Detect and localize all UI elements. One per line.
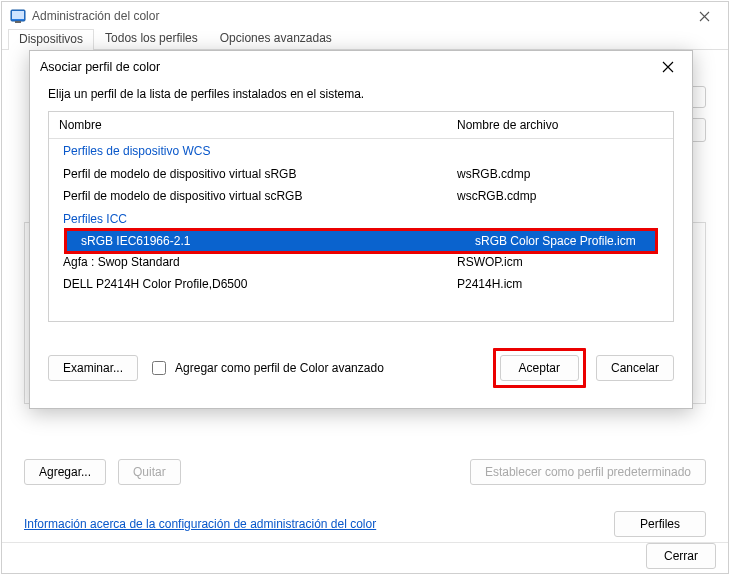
list-body: Perfiles de dispositivo WCS Perfil de mo… bbox=[49, 139, 673, 321]
info-link[interactable]: Información acerca de la configuración d… bbox=[24, 517, 376, 531]
cell-name: sRGB IEC61966-2.1 bbox=[67, 232, 465, 250]
tab-advanced[interactable]: Opciones avanzadas bbox=[209, 28, 343, 49]
add-button[interactable]: Agregar... bbox=[24, 459, 106, 485]
advanced-profile-checkbox-input[interactable] bbox=[152, 361, 166, 375]
cell-file: wsRGB.cdmp bbox=[447, 165, 673, 183]
profiles-listbox[interactable]: Nombre Nombre de archivo Perfiles de dis… bbox=[48, 111, 674, 322]
advanced-profile-checkbox-label: Agregar como perfil de Color avanzado bbox=[175, 361, 384, 375]
close-button[interactable]: Cerrar bbox=[646, 543, 716, 569]
tab-devices[interactable]: Dispositivos bbox=[8, 29, 94, 50]
svg-rect-1 bbox=[12, 11, 24, 19]
tab-all-profiles[interactable]: Todos los perfiles bbox=[94, 28, 209, 49]
associate-profile-dialog: Asociar perfil de color Elija un perfil … bbox=[29, 50, 693, 409]
cell-name: DELL P2414H Color Profile,D6500 bbox=[49, 275, 447, 293]
profiles-button[interactable]: Perfiles bbox=[614, 511, 706, 537]
set-default-button: Establecer como perfil predeterminado bbox=[470, 459, 706, 485]
advanced-profile-checkbox[interactable]: Agregar como perfil de Color avanzado bbox=[148, 358, 384, 378]
window-title: Administración del color bbox=[32, 9, 684, 23]
list-item[interactable]: DELL P2414H Color Profile,D6500 P2414H.i… bbox=[49, 273, 673, 295]
browse-button[interactable]: Examinar... bbox=[48, 355, 138, 381]
list-header: Nombre Nombre de archivo bbox=[49, 112, 673, 139]
list-item[interactable]: Agfa : Swop Standard RSWOP.icm bbox=[49, 251, 673, 273]
svg-rect-2 bbox=[15, 21, 21, 23]
dialog-titlebar: Asociar perfil de color bbox=[30, 51, 692, 83]
footer-separator bbox=[2, 542, 728, 543]
titlebar: Administración del color bbox=[2, 2, 728, 30]
cell-file: sRGB Color Space Profile.icm bbox=[465, 232, 655, 250]
accept-button[interactable]: Aceptar bbox=[500, 355, 579, 381]
list-item-selected[interactable]: sRGB IEC61966-2.1 sRGB Color Space Profi… bbox=[67, 231, 655, 251]
app-icon bbox=[10, 8, 26, 24]
cell-name: Perfil de modelo de dispositivo virtual … bbox=[49, 165, 447, 183]
highlight-accept: Aceptar bbox=[493, 348, 586, 388]
dialog-title: Asociar perfil de color bbox=[40, 60, 654, 74]
profile-actions-row: Agregar... Quitar Establecer como perfil… bbox=[24, 459, 706, 485]
cell-file: wscRGB.cdmp bbox=[447, 187, 673, 205]
cell-file: RSWOP.icm bbox=[447, 253, 673, 271]
col-header-file[interactable]: Nombre de archivo bbox=[447, 112, 673, 138]
list-item[interactable]: Perfil de modelo de dispositivo virtual … bbox=[49, 185, 673, 207]
col-header-name[interactable]: Nombre bbox=[49, 112, 447, 138]
color-management-window: Administración del color Dispositivos To… bbox=[1, 1, 729, 574]
dialog-button-row: Examinar... Agregar como perfil de Color… bbox=[30, 322, 692, 408]
window-close-button[interactable] bbox=[684, 2, 724, 30]
cell-name: Perfil de modelo de dispositivo virtual … bbox=[49, 187, 447, 205]
dialog-close-button[interactable] bbox=[654, 53, 682, 81]
list-item[interactable]: Perfil de modelo de dispositivo virtual … bbox=[49, 163, 673, 185]
cell-file: P2414H.icm bbox=[447, 275, 673, 293]
group-wcs: Perfiles de dispositivo WCS bbox=[49, 139, 673, 163]
dialog-instruction: Elija un perfil de la lista de perfiles … bbox=[30, 83, 692, 111]
cell-name: Agfa : Swop Standard bbox=[49, 253, 447, 271]
cancel-button[interactable]: Cancelar bbox=[596, 355, 674, 381]
remove-button: Quitar bbox=[118, 459, 181, 485]
tabstrip: Dispositivos Todos los perfiles Opciones… bbox=[2, 30, 728, 50]
